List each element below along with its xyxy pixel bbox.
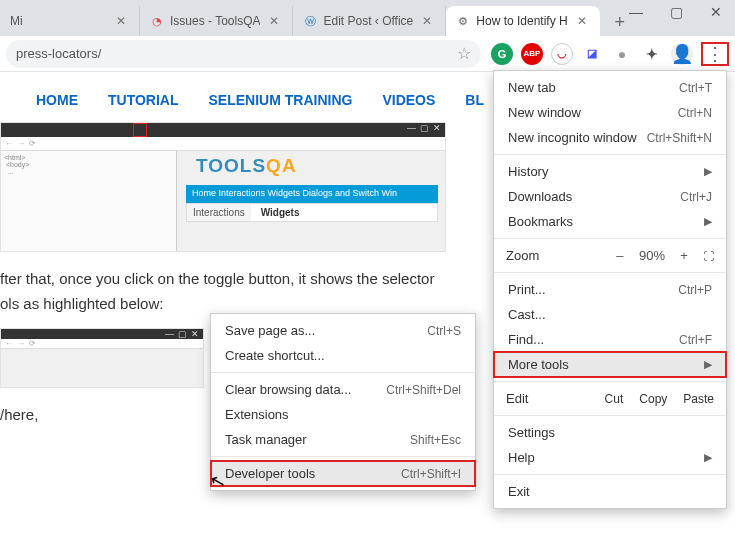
submenu-developer-tools-highlighted[interactable]: Developer toolsCtrl+Shift+I	[211, 461, 475, 486]
more-tools-submenu: Save page as...Ctrl+S Create shortcut...…	[210, 313, 476, 491]
logo-text: TOOLSQA	[196, 155, 297, 177]
chrome-menu-button-highlighted[interactable]: ⋮	[701, 42, 729, 66]
screenshot-image-1: —▢✕ ←→⟳ <html> <body> ... TOOLSQA Home I…	[0, 122, 446, 252]
inspect-button-highlight	[133, 123, 147, 137]
bookmark-star-icon[interactable]: ☆	[457, 44, 471, 63]
menu-separator	[494, 154, 726, 155]
ublock-icon[interactable]: ◪	[581, 43, 603, 65]
menu-new-incognito[interactable]: New incognito windowCtrl+Shift+N	[494, 125, 726, 150]
close-icon[interactable]: ✕	[574, 14, 590, 28]
screenshot-image-2: —▢✕ ←→⟳	[0, 328, 204, 388]
zoom-value: 90%	[639, 248, 665, 263]
menu-bookmarks[interactable]: Bookmarks▶	[494, 209, 726, 234]
menu-new-window[interactable]: New windowCtrl+N	[494, 100, 726, 125]
tab-title: Issues - ToolsQA	[170, 14, 260, 28]
close-icon[interactable]: ✕	[419, 14, 435, 28]
menu-separator	[211, 372, 475, 373]
zoom-in-button[interactable]: +	[677, 248, 691, 263]
abp-icon[interactable]: ABP	[521, 43, 543, 65]
submenu-task-manager[interactable]: Task managerShift+Esc	[211, 427, 475, 452]
menu-separator	[211, 456, 475, 457]
chrome-main-menu: New tabCtrl+T New windowCtrl+N New incog…	[493, 70, 727, 509]
menu-separator	[494, 272, 726, 273]
profile-avatar-icon[interactable]: 👤	[671, 43, 693, 65]
tab-0[interactable]: Mi ✕	[0, 6, 140, 36]
nav-blog[interactable]: BL	[465, 92, 484, 108]
extension-icons: G ABP ◡ ◪ ● ✦ 👤 ⋮	[491, 42, 729, 66]
tab-2[interactable]: ⓦ Edit Post ‹ Office ✕	[293, 6, 446, 36]
extension-dot-icon[interactable]: ●	[611, 43, 633, 65]
tab-title: Mi	[10, 14, 107, 28]
menu-zoom: Zoom – 90% + ⛶	[494, 243, 726, 268]
toolbar: press-locators/ ☆ G ABP ◡ ◪ ● ✦ 👤 ⋮	[0, 36, 735, 72]
submenu-extensions[interactable]: Extensions	[211, 402, 475, 427]
close-icon[interactable]: ✕	[266, 14, 282, 28]
menu-more-tools-highlighted[interactable]: More tools▶	[494, 352, 726, 377]
grammarly-icon[interactable]: G	[491, 43, 513, 65]
window-maximize[interactable]: ▢	[667, 4, 685, 20]
cut-button[interactable]: Cut	[605, 392, 624, 406]
copy-button[interactable]: Copy	[639, 392, 667, 406]
nav-videos[interactable]: VIDEOS	[382, 92, 435, 108]
fullscreen-icon[interactable]: ⛶	[703, 250, 714, 262]
window-minimize[interactable]: —	[627, 4, 645, 20]
tab-strip: Mi ✕ ◔ Issues - ToolsQA ✕ ⓦ Edit Post ‹ …	[0, 0, 735, 36]
favicon-icon: ◔	[150, 14, 164, 28]
menu-exit[interactable]: Exit	[494, 479, 726, 504]
menu-separator	[494, 381, 726, 382]
menu-separator	[494, 474, 726, 475]
close-icon[interactable]: ✕	[113, 14, 129, 28]
window-close[interactable]: ✕	[707, 4, 725, 20]
bluebar: Home Interactions Widgets Dialogs and Sw…	[186, 185, 438, 203]
nav-tutorial[interactable]: TUTORIAL	[108, 92, 179, 108]
menu-downloads[interactable]: DownloadsCtrl+J	[494, 184, 726, 209]
address-bar[interactable]: press-locators/ ☆	[6, 40, 481, 68]
url-text: press-locators/	[16, 46, 457, 61]
menu-find[interactable]: Find...Ctrl+F	[494, 327, 726, 352]
menu-settings[interactable]: Settings	[494, 420, 726, 445]
menu-separator	[494, 415, 726, 416]
menu-separator	[494, 238, 726, 239]
tab-title: How to Identify H	[476, 14, 567, 28]
kebab-icon: ⋮	[706, 45, 724, 63]
tab-3-active[interactable]: ⚙ How to Identify H ✕	[446, 6, 599, 36]
favicon-icon: ⓦ	[303, 14, 317, 28]
submenu-create-shortcut[interactable]: Create shortcut...	[211, 343, 475, 368]
menu-print[interactable]: Print...Ctrl+P	[494, 277, 726, 302]
nav-selenium[interactable]: SELENIUM TRAINING	[209, 92, 353, 108]
submenu-save-page[interactable]: Save page as...Ctrl+S	[211, 318, 475, 343]
tab-title: Edit Post ‹ Office	[323, 14, 413, 28]
mcafee-icon[interactable]: ◡	[551, 43, 573, 65]
paste-button[interactable]: Paste	[683, 392, 714, 406]
zoom-out-button[interactable]: –	[613, 248, 627, 263]
menu-help[interactable]: Help▶	[494, 445, 726, 470]
tab-1[interactable]: ◔ Issues - ToolsQA ✕	[140, 6, 293, 36]
favicon-icon: ⚙	[456, 14, 470, 28]
menu-history[interactable]: History▶	[494, 159, 726, 184]
extensions-puzzle-icon[interactable]: ✦	[641, 43, 663, 65]
submenu-clear-browsing-data[interactable]: Clear browsing data...Ctrl+Shift+Del	[211, 377, 475, 402]
menu-cast[interactable]: Cast...	[494, 302, 726, 327]
nav-home[interactable]: HOME	[36, 92, 78, 108]
menu-new-tab[interactable]: New tabCtrl+T	[494, 75, 726, 100]
menu-edit-row: Edit Cut Copy Paste	[494, 386, 726, 411]
